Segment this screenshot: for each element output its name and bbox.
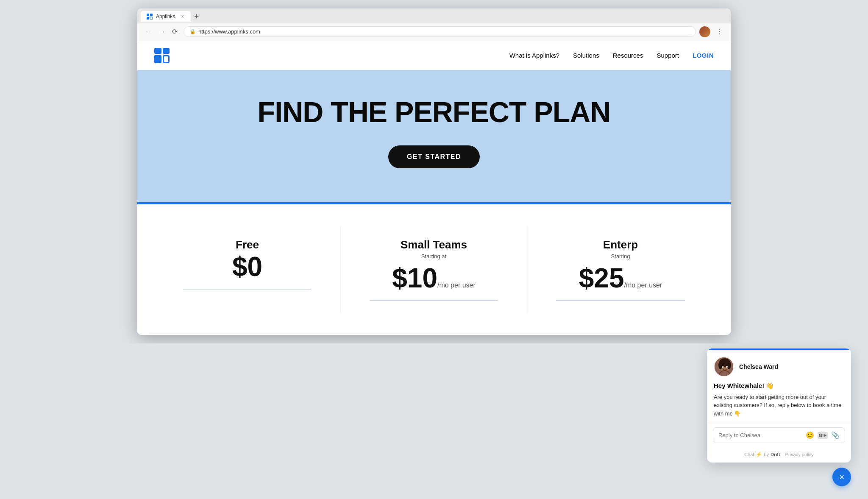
profile-image bbox=[699, 26, 710, 37]
price-unit-enterprise: /mo per user bbox=[624, 282, 662, 289]
address-bar: ← → ⟳ 🔒 https://www.applinks.com ⋮ bbox=[137, 22, 731, 41]
plan-price-enterprise: $25/mo per user bbox=[540, 265, 701, 292]
reload-button[interactable]: ⟳ bbox=[170, 27, 180, 36]
plan-subtitle-small-teams: Starting at bbox=[353, 253, 514, 259]
forward-button[interactable]: → bbox=[156, 27, 168, 36]
logo-dot-3 bbox=[154, 55, 161, 64]
website-content: What is Applinks? Solutions Resources Su… bbox=[137, 41, 731, 335]
svg-rect-3 bbox=[150, 17, 153, 20]
pricing-section: Free $0 Small Teams Starting at $10/mo p… bbox=[137, 204, 731, 335]
site-nav: What is Applinks? Solutions Resources Su… bbox=[137, 41, 731, 70]
nav-link-what[interactable]: What is Applinks? bbox=[509, 52, 559, 59]
hero-title: FIND THE PERFECT PLAN bbox=[154, 95, 714, 128]
back-button[interactable]: ← bbox=[142, 27, 154, 36]
plan-divider-free bbox=[183, 289, 312, 290]
plan-name-small-teams: Small Teams bbox=[353, 238, 514, 251]
plan-price-free: $0 bbox=[167, 253, 328, 280]
tab-favicon-icon bbox=[147, 14, 153, 20]
nav-link-resources[interactable]: Resources bbox=[613, 52, 643, 59]
nav-login-button[interactable]: LOGIN bbox=[693, 52, 714, 59]
nav-link-support[interactable]: Support bbox=[657, 52, 679, 59]
logo-grid-icon bbox=[154, 48, 170, 63]
price-value-enterprise: $25 bbox=[579, 263, 624, 293]
new-tab-button[interactable]: + bbox=[191, 11, 202, 22]
plan-name-enterprise: Enterp bbox=[540, 238, 701, 251]
plan-subtitle-enterprise: Starting bbox=[540, 253, 701, 259]
price-unit-small-teams: /mo per user bbox=[437, 282, 476, 289]
url-text: https://www.applinks.com bbox=[198, 28, 260, 35]
browser-tab[interactable]: Applinks × bbox=[141, 11, 191, 22]
browser-window: Applinks × + ← → ⟳ 🔒 https://www.applink… bbox=[137, 8, 731, 335]
logo-dot-1 bbox=[154, 48, 161, 54]
logo-dot-4 bbox=[163, 55, 170, 64]
svg-rect-1 bbox=[150, 14, 153, 16]
hero-section: FIND THE PERFECT PLAN GET STARTED bbox=[137, 70, 731, 202]
svg-rect-2 bbox=[147, 17, 149, 20]
pricing-card-enterprise: Enterp Starting $25/mo per user bbox=[527, 226, 714, 314]
get-started-button[interactable]: GET STARTED bbox=[388, 145, 480, 168]
plan-name-free: Free bbox=[167, 238, 328, 251]
logo-dot-2 bbox=[163, 48, 170, 54]
browser-menu-button[interactable]: ⋮ bbox=[714, 27, 726, 36]
browser-profile-avatar[interactable] bbox=[699, 26, 710, 37]
site-logo bbox=[154, 48, 170, 63]
plan-divider-enterprise bbox=[556, 300, 685, 301]
nav-link-solutions[interactable]: Solutions bbox=[573, 52, 599, 59]
tab-title: Applinks bbox=[156, 14, 175, 20]
tab-close-button[interactable]: × bbox=[180, 14, 185, 20]
lock-icon: 🔒 bbox=[190, 29, 196, 34]
browser-nav-controls: ← → ⟳ bbox=[142, 27, 180, 36]
svg-rect-0 bbox=[147, 14, 149, 16]
tab-bar: Applinks × + bbox=[137, 8, 731, 22]
plan-price-small-teams: $10/mo per user bbox=[353, 265, 514, 292]
pricing-card-small-teams: Small Teams Starting at $10/mo per user bbox=[341, 226, 527, 314]
nav-links: What is Applinks? Solutions Resources Su… bbox=[509, 52, 714, 59]
pricing-grid: Free $0 Small Teams Starting at $10/mo p… bbox=[154, 226, 714, 314]
pricing-card-free: Free $0 bbox=[154, 226, 341, 314]
price-value-small-teams: $10 bbox=[392, 263, 437, 293]
plan-divider-small-teams bbox=[370, 300, 498, 301]
price-value-free: $0 bbox=[232, 251, 262, 282]
url-field[interactable]: 🔒 https://www.applinks.com bbox=[184, 26, 696, 37]
